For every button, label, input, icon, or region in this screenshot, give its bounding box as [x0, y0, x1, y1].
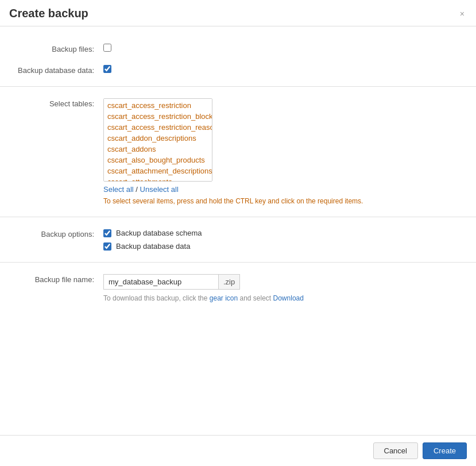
unselect-all-link[interactable]: Unselect all — [140, 185, 179, 194]
backup-files-control — [103, 44, 465, 53]
select-tables-row: Select tables: cscart_access_restriction… — [0, 93, 476, 211]
create-backup-dialog: Create backup × Backup files: Backup dat… — [0, 0, 476, 466]
dialog-body: Backup files: Backup database data: Sele… — [0, 26, 476, 435]
backup-options-section: Backup database schema Backup database d… — [103, 229, 465, 251]
divider-1 — [0, 86, 476, 87]
dialog-title: Create backup — [9, 7, 88, 20]
select-hint: To select several items, press and hold … — [103, 197, 379, 205]
download-link[interactable]: Download — [273, 294, 304, 302]
select-tables-control: cscart_access_restrictioncscart_access_r… — [103, 98, 465, 205]
cancel-button[interactable]: Cancel — [373, 442, 418, 459]
backup-filename-label: Backup file name: — [11, 274, 103, 284]
dialog-footer: Cancel Create — [0, 435, 476, 466]
gear-icon-link[interactable]: gear icon — [210, 294, 238, 302]
dialog-header: Create backup × — [0, 0, 476, 26]
select-links: Select all / Unselect all — [103, 185, 465, 194]
hint-ctrl: and hold the CTRL key — [196, 197, 266, 205]
backup-database-label: Backup database data: — [11, 65, 103, 75]
option-data-row: Backup database data — [103, 242, 465, 251]
tables-listbox[interactable]: cscart_access_restrictioncscart_access_r… — [103, 98, 212, 182]
backup-options-control: Backup database schema Backup database d… — [103, 229, 465, 251]
filename-input[interactable] — [103, 274, 218, 290]
backup-filename-control: .zip To download this backup, click the … — [103, 274, 465, 302]
hint-dl-1: To download this backup, click the — [103, 294, 210, 302]
download-hint: To download this backup, click the gear … — [103, 294, 465, 302]
backup-options-row: Backup options: Backup database schema B… — [0, 223, 476, 256]
link-divider: / — [134, 185, 140, 194]
backup-database-row: Backup database data: — [0, 59, 476, 80]
option-schema-row: Backup database schema — [103, 229, 465, 237]
backup-files-row: Backup files: — [0, 38, 476, 59]
backup-database-checkbox[interactable] — [103, 65, 111, 73]
hint-dl-2: and select — [238, 294, 273, 302]
data-checkbox[interactable] — [103, 242, 111, 251]
divider-3 — [0, 262, 476, 263]
schema-checkbox[interactable] — [103, 229, 111, 237]
divider-2 — [0, 217, 476, 217]
backup-files-checkbox[interactable] — [103, 44, 111, 52]
data-label[interactable]: Backup database data — [116, 242, 190, 251]
select-all-link[interactable]: Select all — [103, 185, 134, 194]
hint-part3: and click on the required items. — [266, 197, 363, 205]
backup-options-label: Backup options: — [11, 229, 103, 238]
select-tables-label: Select tables: — [11, 98, 103, 108]
hint-part1: To select several items, press — [103, 197, 196, 205]
backup-filename-row: Backup file name: .zip To download this … — [0, 268, 476, 308]
close-button[interactable]: × — [458, 9, 467, 18]
backup-files-label: Backup files: — [11, 44, 103, 53]
create-button[interactable]: Create — [423, 442, 467, 459]
backup-database-control — [103, 65, 465, 75]
schema-label[interactable]: Backup database schema — [116, 229, 202, 237]
filename-ext: .zip — [218, 274, 240, 290]
filename-row: .zip — [103, 274, 465, 290]
